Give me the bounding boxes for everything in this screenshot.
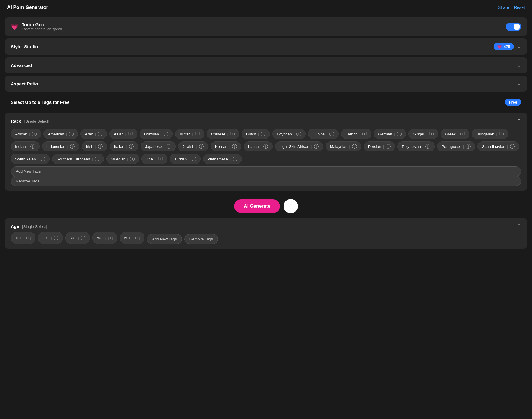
race-tag-french[interactable]: French|i [341,129,371,139]
turbo-subtitle: Fastest generation speed [22,27,62,31]
aspect-ratio-row: Aspect Ratio ⌄ [11,80,521,87]
race-tag-brazilian[interactable]: Brazilian|i [140,129,173,139]
style-row: Style: Studio 💗 475 ⌄ [11,43,521,50]
race-tag-american[interactable]: American|i [43,129,78,139]
race-tag-malaysian[interactable]: Malaysian|i [326,141,361,151]
age-tags-grid: 18+|i20+|i30+|i50+|i60+|iAdd New TagsRem… [11,232,521,244]
toggle-knob [514,24,520,30]
turbo-toggle[interactable] [506,23,521,31]
race-section: Race [Single Select] ⌃ African|iAmerican… [5,113,527,191]
turbo-card: 💗 Turbo Gen Fastest generation speed [5,17,527,36]
race-tag-persian[interactable]: Persian|i [364,141,395,151]
app-header: AI Porn Generator Share Reset [0,0,532,15]
race-tag-thai[interactable]: Thai|i [141,154,167,164]
race-tag-asian[interactable]: Asian|i [109,129,137,139]
header-actions: Share Reset [498,5,525,10]
race-tag-german[interactable]: German|i [374,129,406,139]
race-tag-light-skin-african[interactable]: Light Skin African|i [275,141,323,151]
ai-generate-button[interactable]: AI Generate [234,199,280,213]
race-tag-japanese[interactable]: Japanese|i [141,141,176,151]
aspect-ratio-card[interactable]: Aspect Ratio ⌄ [5,76,527,92]
style-right: 💗 475 ⌄ [494,43,521,50]
age-chevron-icon[interactable]: ⌃ [517,223,521,229]
turbo-icon: 💗 [11,23,18,30]
race-tag-british[interactable]: British|i [175,129,204,139]
race-tag-portuguese[interactable]: Portuguese|i [437,141,475,151]
race-title-group: Race [Single Select] [11,118,49,123]
race-tag-swedish[interactable]: Swedish|i [106,154,139,164]
advanced-card[interactable]: Advanced ⌄ [5,57,527,73]
advanced-label: Advanced [11,63,32,68]
race-tag-vietnamese[interactable]: Vietnamese|i [203,154,242,164]
race-tag-chinese[interactable]: Chinese|i [207,129,239,139]
race-tag-african[interactable]: African|i [11,129,41,139]
race-tag-jewish[interactable]: Jewish|i [178,141,208,151]
race-header: Race [Single Select] ⌃ [11,118,521,124]
race-tag-indonesian[interactable]: Indonesian|i [42,141,79,151]
age-title: Age [11,224,19,229]
share-button[interactable]: Share [498,5,509,10]
race-tag-greek[interactable]: Greek|i [441,129,469,139]
advanced-chevron-icon[interactable]: ⌄ [517,62,521,68]
age-header: Age [Single Select] ⌃ [11,223,521,229]
race-tag-irish[interactable]: Irish|i [82,141,107,151]
turbo-row: 💗 Turbo Gen Fastest generation speed [11,22,521,31]
turbo-text: Turbo Gen Fastest generation speed [22,22,62,31]
race-tag-dutch[interactable]: Dutch|i [242,129,270,139]
age-tag-20plus[interactable]: 20+|i [38,232,63,244]
style-heart-icon: 💗 [497,44,502,49]
race-tags-grid: African|iAmerican|iArab|iAsian|iBrazilia… [11,129,521,164]
race-tag-indian[interactable]: Indian|i [11,141,40,151]
race-tag-korean[interactable]: Korean|i [211,141,241,151]
style-chevron-icon[interactable]: ⌄ [517,43,521,50]
race-tag-italian[interactable]: Italian|i [110,141,138,151]
race-tag-polynesian[interactable]: Polynesian|i [397,141,435,151]
age-title-group: Age [Single Select] [11,224,47,229]
race-tag-latina[interactable]: Latina|i [244,141,273,151]
age-tag-60plus[interactable]: 60+|i [120,232,144,244]
app-title: AI Porn Generator [7,5,48,10]
turbo-section: 💗 Turbo Gen Fastest generation speed [11,22,62,31]
share-generate-button[interactable]: ⇧ [284,199,298,213]
aspect-ratio-label: Aspect Ratio [11,81,38,86]
share-icon: ⇧ [288,203,293,210]
select-tags-row: Select Up to 6 Tags for Free Free [5,94,527,110]
race-title: Race [11,118,21,123]
style-cost: 475 [504,44,510,49]
race-tag-south-asian[interactable]: South Asian|i [11,154,50,164]
age-tag-18plus[interactable]: 18+|i [11,232,35,244]
race-action-row: Add New Tags Remove Tags [11,166,521,186]
age-add-tags-button[interactable]: Add New Tags [147,234,182,244]
select-tags-label: Select Up to 6 Tags for Free [11,100,69,105]
free-badge: Free [505,99,521,106]
style-cost-badge: 💗 475 [494,43,514,50]
race-tag-southern-european[interactable]: Southern European|i [52,154,104,164]
race-tag-filipina[interactable]: Filipina|i [308,129,339,139]
age-subtitle: [Single Select] [22,224,47,229]
aspect-ratio-chevron-icon[interactable]: ⌄ [517,80,521,87]
age-remove-tags-button[interactable]: Remove Tags [184,234,218,244]
style-card[interactable]: Style: Studio 💗 475 ⌄ [5,38,527,55]
race-tag-egyptian[interactable]: Egyptian|i [272,129,306,139]
age-section: Age [Single Select] ⌃ 18+|i20+|i30+|i50+… [5,218,527,249]
advanced-row: Advanced ⌄ [11,62,521,68]
race-remove-tags-button[interactable]: Remove Tags [11,176,521,186]
style-label: Style: Studio [11,44,38,49]
race-tag-turkish[interactable]: Turkish|i [170,154,201,164]
race-add-tags-button[interactable]: Add New Tags [11,166,521,176]
reset-button[interactable]: Reset [514,5,525,10]
race-tag-scandinavian[interactable]: Scandinavian|i [477,141,519,151]
generate-row: AI Generate ⇧ [0,193,532,216]
race-subtitle: [Single Select] [24,119,49,123]
race-tag-hungarian[interactable]: Hungarian|i [472,129,508,139]
age-tag-50plus[interactable]: 50+|i [92,232,117,244]
race-tag-ginger[interactable]: Ginger|i [408,129,438,139]
turbo-title: Turbo Gen [22,22,62,27]
race-tag-arab[interactable]: Arab|i [80,129,107,139]
age-tag-30plus[interactable]: 30+|i [65,232,90,244]
race-chevron-icon[interactable]: ⌃ [517,118,521,124]
